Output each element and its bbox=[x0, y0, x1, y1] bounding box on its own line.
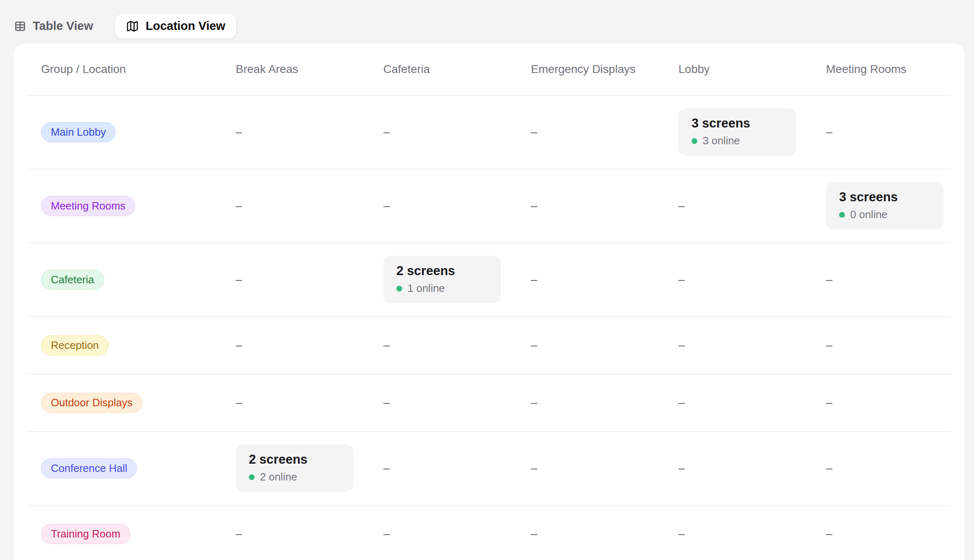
location-view-button[interactable]: Location View bbox=[115, 14, 236, 39]
table-row: Conference Hall2 screens2 online–––– bbox=[27, 431, 951, 505]
location-cell: – bbox=[812, 374, 951, 431]
group-cell: Training Room bbox=[27, 505, 221, 560]
location-cell: – bbox=[517, 95, 664, 169]
empty-cell-dash: – bbox=[236, 339, 242, 351]
online-status: 0 online bbox=[839, 209, 931, 221]
group-cell: Outdoor Displays bbox=[27, 374, 221, 431]
empty-cell-dash: – bbox=[531, 462, 537, 474]
location-cell: – bbox=[812, 505, 951, 560]
screens-card[interactable]: 2 screens2 online bbox=[236, 444, 353, 492]
empty-cell-dash: – bbox=[383, 527, 390, 540]
location-cell: – bbox=[221, 505, 369, 560]
column-header: Lobby bbox=[664, 43, 812, 95]
group-pill[interactable]: Meeting Rooms bbox=[41, 196, 135, 216]
group-cell: Main Lobby bbox=[27, 95, 221, 169]
location-cell: 2 screens1 online bbox=[369, 243, 517, 316]
empty-cell-dash: – bbox=[531, 527, 537, 540]
empty-cell-dash: – bbox=[826, 273, 833, 286]
column-header: Meeting Rooms bbox=[812, 43, 951, 95]
empty-cell-dash: – bbox=[678, 462, 685, 474]
view-toggle: Table View Location View bbox=[0, 0, 974, 43]
column-header: Break Areas bbox=[221, 43, 369, 95]
location-cell: 3 screens0 online bbox=[812, 169, 951, 243]
group-cell: Meeting Rooms bbox=[27, 169, 221, 243]
table-grid-icon bbox=[14, 20, 26, 32]
location-cell: – bbox=[369, 316, 517, 374]
empty-cell-dash: – bbox=[236, 273, 242, 286]
header-row: Group / LocationBreak AreasCafeteriaEmer… bbox=[27, 43, 951, 95]
empty-cell-dash: – bbox=[383, 199, 390, 212]
empty-cell-dash: – bbox=[678, 527, 685, 540]
table-row: Main Lobby–––3 screens3 online– bbox=[27, 95, 951, 169]
screens-card[interactable]: 2 screens1 online bbox=[383, 256, 501, 304]
table-row: Meeting Rooms––––3 screens0 online bbox=[27, 169, 951, 243]
online-status: 2 online bbox=[249, 471, 340, 483]
online-count: 1 online bbox=[407, 282, 445, 295]
location-cell: – bbox=[221, 95, 369, 169]
screens-count: 3 screens bbox=[692, 116, 783, 131]
empty-cell-dash: – bbox=[383, 339, 390, 351]
location-cell: – bbox=[221, 316, 369, 374]
column-header: Emergency Displays bbox=[517, 43, 664, 95]
group-pill[interactable]: Outdoor Displays bbox=[41, 393, 142, 413]
location-cell: – bbox=[664, 316, 812, 374]
table-row: Training Room––––– bbox=[27, 505, 951, 560]
screens-card[interactable]: 3 screens3 online bbox=[678, 108, 796, 156]
column-header: Group / Location bbox=[27, 43, 221, 95]
green-dot-icon bbox=[692, 138, 697, 144]
screens-card[interactable]: 3 screens0 online bbox=[826, 182, 944, 230]
location-cell: – bbox=[812, 95, 951, 169]
empty-cell-dash: – bbox=[236, 396, 242, 409]
location-cell: – bbox=[517, 316, 664, 374]
location-matrix-table: Group / LocationBreak AreasCafeteriaEmer… bbox=[27, 43, 951, 560]
location-cell: – bbox=[664, 431, 812, 505]
location-cell: – bbox=[664, 505, 812, 560]
group-pill[interactable]: Training Room bbox=[41, 524, 130, 544]
empty-cell-dash: – bbox=[236, 199, 242, 212]
online-status: 3 online bbox=[692, 135, 783, 147]
green-dot-icon bbox=[396, 286, 402, 291]
empty-cell-dash: – bbox=[826, 396, 833, 409]
table-view-label: Table View bbox=[33, 20, 93, 32]
screens-count: 2 screens bbox=[249, 452, 340, 467]
group-cell: Cafeteria bbox=[27, 243, 221, 316]
group-pill[interactable]: Main Lobby bbox=[41, 122, 116, 142]
location-cell: – bbox=[221, 169, 369, 243]
location-cell: – bbox=[664, 243, 812, 316]
empty-cell-dash: – bbox=[826, 527, 833, 540]
location-view-label: Location View bbox=[146, 20, 225, 32]
location-cell: – bbox=[369, 505, 517, 560]
table-row: Outdoor Displays––––– bbox=[27, 374, 951, 431]
location-cell: – bbox=[517, 374, 664, 431]
empty-cell-dash: – bbox=[678, 339, 685, 351]
online-count: 2 online bbox=[260, 471, 297, 483]
location-cell: – bbox=[517, 169, 664, 243]
table-row: Reception––––– bbox=[27, 316, 951, 374]
location-cell: 3 screens3 online bbox=[664, 95, 812, 169]
location-cell: – bbox=[221, 374, 369, 431]
empty-cell-dash: – bbox=[826, 125, 833, 138]
table-view-button[interactable]: Table View bbox=[14, 14, 104, 38]
matrix-body: Main Lobby–––3 screens3 online–Meeting R… bbox=[27, 95, 951, 560]
location-cell: – bbox=[369, 431, 517, 505]
location-cell: – bbox=[517, 431, 664, 505]
empty-cell-dash: – bbox=[531, 396, 537, 409]
group-cell: Conference Hall bbox=[27, 431, 221, 505]
screens-count: 2 screens bbox=[396, 264, 488, 278]
location-cell: – bbox=[517, 505, 664, 560]
green-dot-icon bbox=[249, 474, 255, 480]
empty-cell-dash: – bbox=[383, 125, 390, 138]
location-cell: – bbox=[812, 316, 951, 374]
group-pill[interactable]: Reception bbox=[41, 335, 109, 355]
location-cell: – bbox=[517, 243, 664, 316]
empty-cell-dash: – bbox=[383, 396, 390, 409]
location-cell: – bbox=[369, 374, 517, 431]
group-pill[interactable]: Cafeteria bbox=[41, 270, 104, 290]
group-pill[interactable]: Conference Hall bbox=[41, 458, 137, 478]
location-cell: – bbox=[369, 95, 517, 169]
group-cell: Reception bbox=[27, 316, 221, 374]
empty-cell-dash: – bbox=[531, 125, 537, 138]
empty-cell-dash: – bbox=[531, 273, 537, 286]
location-cell: – bbox=[812, 431, 951, 505]
empty-cell-dash: – bbox=[826, 462, 833, 474]
